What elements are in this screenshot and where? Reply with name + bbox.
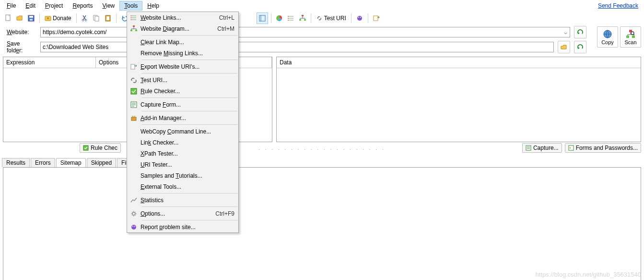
tab-forms-passwords[interactable]: Forms and Passwords... [565,143,641,153]
menu-item[interactable]: Clear Link Map... [127,37,238,48]
test-uri-button[interactable]: Test URI [314,13,348,24]
menu-item-label: Options... [141,210,211,217]
menu-item-label: Remove Missing Links... [141,50,234,57]
svg-point-58 [131,225,136,230]
col-expression[interactable]: Expression [3,57,96,68]
link-icon [316,15,323,22]
dropdown-caret[interactable]: ⌵ [561,29,570,36]
menu-tools[interactable]: Tools [119,1,142,11]
application-window: File Edit Project Reports View Tools Hel… [0,0,644,280]
menu-item[interactable]: WebCopy Command Line... [127,126,238,137]
cut-button[interactable] [80,13,90,24]
menu-item[interactable]: Rule Checker... [127,85,238,97]
menu-item[interactable]: Samples and Tutorials... [127,170,238,181]
refresh-folder-button[interactable] [574,41,586,53]
copy-button[interactable] [91,13,102,24]
svg-point-43 [131,17,132,18]
svg-rect-29 [626,36,629,38]
svg-point-19 [288,20,289,21]
menu-reports[interactable]: Reports [68,1,97,11]
tree-button[interactable] [297,13,308,24]
menu-item-label: Samples and Tutorials... [141,172,234,179]
menu-item[interactable]: Statistics [127,195,238,206]
bottom-content-pane[interactable] [3,167,641,280]
menu-item-label: XPath Tester... [141,150,234,157]
tab-capture[interactable]: Capture... [522,143,562,153]
menu-edit[interactable]: Edit [21,1,40,11]
menu-item[interactable]: Remove Missing Links... [127,48,238,59]
menu-item[interactable]: Website Diagram...Ctrl+M [127,23,238,34]
menu-item[interactable]: Capture Form... [127,99,238,110]
svg-rect-11 [106,16,109,20]
check-icon [83,145,89,151]
menu-help[interactable]: Help [142,1,164,11]
tab-results[interactable]: Results [2,158,30,167]
save-folder-label: Save folder: [7,40,36,54]
bug-icon [127,224,141,231]
send-feedback-link[interactable]: Send Feedback [598,2,642,9]
gear-icon [127,210,141,217]
copy-action-button[interactable]: Copy [597,26,618,48]
tab-sitemap[interactable]: Sitemap [56,158,86,167]
menu-item-label: URI Tester... [141,161,234,168]
menu-file[interactable]: File [2,1,21,11]
stats-icon [127,197,141,204]
menu-item-label: WebCopy Command Line... [141,128,234,135]
menu-item[interactable]: Test URI... [127,74,238,85]
browse-folder-button[interactable] [558,41,570,53]
bottom-tabstrip: Results Errors Sitemap Skipped Files Dif… [0,158,644,167]
menu-item-label: Website Links... [141,14,215,21]
scan-action-button[interactable]: Scan [620,26,641,48]
form-icon [127,101,141,108]
menu-item[interactable]: URI Tester... [127,159,238,170]
tab-rule-checker[interactable]: Rule Chec [80,143,121,153]
svg-point-23 [357,16,362,21]
save-button[interactable] [26,13,36,24]
list2-button[interactable] [286,13,296,24]
svg-rect-46 [130,30,132,31]
data-panel[interactable]: Data [276,57,641,142]
menu-project[interactable]: Project [40,1,68,11]
svg-rect-47 [135,30,137,31]
save-folder-input[interactable] [40,42,554,52]
link-icon [127,77,141,84]
donate-icon [45,15,51,22]
menu-item[interactable]: Link Checker... [127,137,238,148]
resize-dots[interactable]: . . . . . . . . . . . . . . . . . . . . [258,146,385,151]
paste-button[interactable] [103,13,113,24]
website-input[interactable] [41,27,561,37]
menu-item[interactable]: External Tools... [127,181,238,192]
open-button[interactable] [14,13,25,24]
scan-icon [626,29,635,39]
svg-rect-26 [374,16,378,21]
svg-rect-45 [133,25,135,27]
view-list-button[interactable] [257,12,268,24]
bug-button[interactable] [354,13,365,24]
new-button[interactable] [3,13,13,24]
menu-item[interactable]: Options...Ctrl+F9 [127,208,238,219]
export-button[interactable] [371,13,382,24]
export-icon [127,63,141,70]
main-toolbar: Donate Test URI [0,12,644,25]
tab-skipped[interactable]: Skipped [87,158,116,167]
go-button[interactable] [574,26,586,38]
col-data[interactable]: Data [277,57,641,68]
menu-item-label: Add-in Manager... [141,115,234,122]
svg-rect-12 [259,15,265,21]
menu-item[interactable]: Website Links...Ctrl+L [127,12,238,23]
donate-button[interactable]: Donate [43,13,73,24]
svg-rect-30 [632,36,635,38]
menu-item[interactable]: Report problem site... [127,221,238,232]
website-label: Website: [7,29,36,36]
menu-view[interactable]: View [97,1,119,11]
chart-button[interactable] [274,13,285,24]
svg-rect-54 [131,117,136,121]
svg-point-38 [569,147,571,149]
menubar: File Edit Project Reports View Tools Hel… [0,0,644,12]
menu-item[interactable]: XPath Tester... [127,148,238,159]
menu-item-label: Clear Link Map... [141,39,234,46]
menu-item[interactable]: Export Website URI's... [127,61,238,72]
tab-errors[interactable]: Errors [31,158,55,167]
save-folder-row: Save folder: [0,39,644,55]
menu-item[interactable]: Add-in Manager... [127,112,238,123]
